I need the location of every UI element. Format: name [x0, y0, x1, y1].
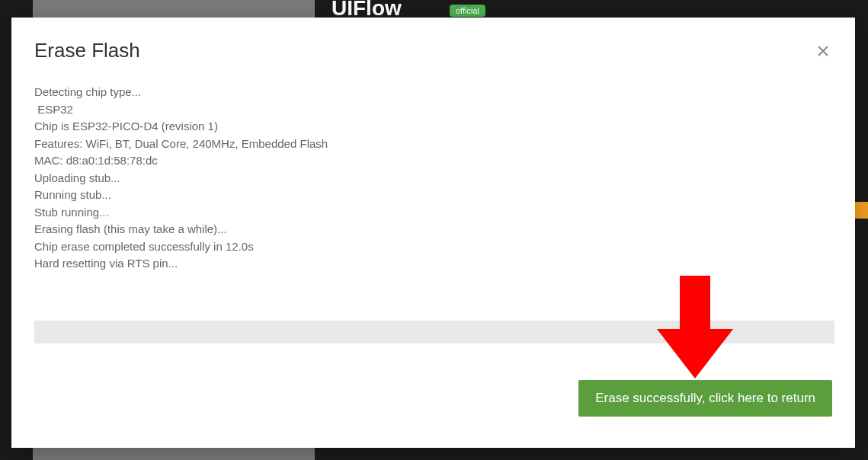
log-line: Erasing flash (this may take a while)...	[34, 221, 832, 238]
progress-bar	[34, 321, 834, 343]
erase-flash-modal: Erase Flash Detecting chip type... ESP32…	[11, 18, 855, 448]
background-right-tag	[854, 202, 868, 219]
log-line: Uploading stub...	[34, 170, 832, 187]
log-line: MAC: d8:a0:1d:58:78:dc	[34, 152, 832, 170]
modal-footer: Erase successfully, click here to return	[34, 380, 832, 417]
modal-title: Erase Flash	[34, 39, 140, 62]
close-icon	[816, 44, 830, 58]
log-line: Stub running...	[34, 204, 832, 222]
log-line: Hard resetting via RTS pin...	[34, 255, 832, 273]
log-line: Chip is ESP32-PICO-D4 (revision 1)	[34, 118, 832, 136]
background-badge: official	[450, 5, 485, 17]
log-line: Features: WiFi, BT, Dual Core, 240MHz, E…	[34, 136, 832, 153]
log-line: ESP32	[34, 101, 832, 119]
log-line: Running stub...	[34, 187, 832, 204]
return-button[interactable]: Erase successfully, click here to return	[578, 380, 832, 417]
log-line: Chip erase completed successfully in 12.…	[34, 238, 832, 256]
log-line: Detecting chip type...	[34, 84, 832, 101]
log-output[interactable]: Detecting chip type... ESP32 Chip is ESP…	[34, 84, 832, 293]
modal-header: Erase Flash	[34, 39, 832, 62]
close-button[interactable]	[814, 42, 832, 60]
